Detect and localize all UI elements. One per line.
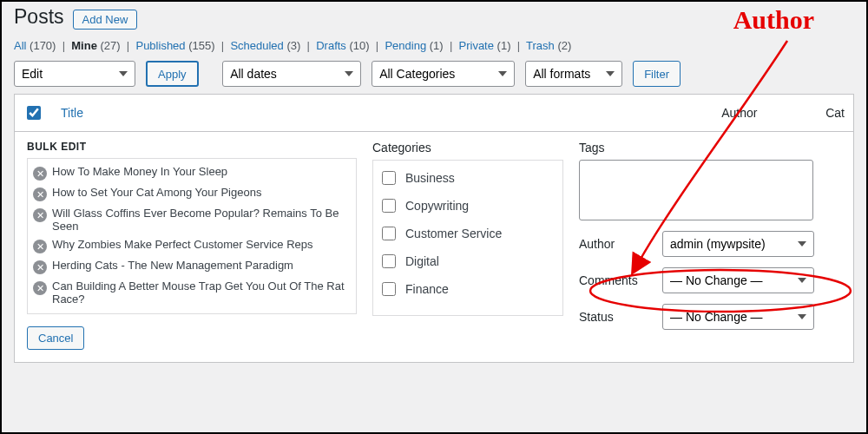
bulk-posts-list[interactable]: ✕How To Make Money In Your Sleep ✕How to…: [27, 158, 357, 314]
category-checkbox[interactable]: [382, 199, 396, 213]
cancel-button[interactable]: Cancel: [27, 326, 84, 350]
status-select[interactable]: — No Change —: [662, 304, 814, 330]
list-item: ✕Can Building A Better Mouse Trap Get Yo…: [31, 277, 352, 308]
remove-icon[interactable]: ✕: [33, 167, 47, 181]
category-item[interactable]: Digital: [377, 247, 559, 275]
filter-all[interactable]: All: [14, 39, 26, 52]
bulk-edit-row: BULK EDIT ✕How To Make Money In Your Sle…: [15, 132, 854, 363]
post-status-filters: All (170) | Mine (27) | Published (155) …: [14, 39, 854, 52]
remove-icon[interactable]: ✕: [33, 240, 47, 253]
select-all-checkbox[interactable]: [27, 106, 41, 120]
list-item: ✕How to Set Your Cat Among Your Pigeons: [31, 183, 352, 204]
page-title: Posts: [14, 5, 64, 29]
categories-select[interactable]: All Categories: [372, 61, 515, 87]
list-item: ✕Herding Cats - The New Management Parad…: [31, 256, 352, 277]
category-item[interactable]: Business: [377, 164, 559, 192]
tags-input[interactable]: [579, 160, 813, 220]
list-item: ✕Will Glass Coffins Ever Become Popular?…: [31, 204, 352, 235]
formats-select[interactable]: All formats: [525, 61, 622, 87]
category-item[interactable]: Customer Service: [377, 220, 559, 247]
filter-trash[interactable]: Trash: [526, 39, 555, 52]
remove-icon[interactable]: ✕: [33, 281, 47, 295]
add-new-button[interactable]: Add New: [73, 10, 138, 30]
column-categories[interactable]: Cat: [817, 95, 853, 132]
list-item: ✕Why Zombies Make Perfect Customer Servi…: [31, 235, 352, 256]
category-checkbox[interactable]: [382, 282, 396, 296]
bulk-action-select[interactable]: Edit: [14, 61, 135, 87]
categories-label: Categories: [372, 141, 563, 155]
remove-icon[interactable]: ✕: [33, 208, 47, 222]
author-select[interactable]: admin (mywpsite): [662, 231, 814, 257]
filter-mine[interactable]: Mine: [71, 39, 97, 52]
column-title[interactable]: Title: [52, 95, 713, 132]
tags-label: Tags: [579, 141, 841, 155]
status-label: Status: [579, 310, 650, 324]
comments-select[interactable]: — No Change —: [662, 267, 814, 293]
column-author[interactable]: Author: [713, 95, 817, 132]
filter-pending[interactable]: Pending: [385, 39, 426, 52]
remove-icon[interactable]: ✕: [33, 187, 47, 201]
category-item[interactable]: Copywriting: [377, 192, 559, 220]
apply-button[interactable]: Apply: [146, 61, 199, 87]
author-label: Author: [579, 237, 650, 251]
category-checkbox[interactable]: [382, 254, 396, 268]
filter-published[interactable]: Published: [135, 39, 185, 52]
comments-label: Comments: [579, 273, 650, 287]
bulk-categories-list[interactable]: Business Copywriting Customer Service Di…: [372, 160, 563, 316]
bulk-edit-heading: BULK EDIT: [27, 141, 357, 153]
remove-icon[interactable]: ✕: [33, 260, 47, 274]
category-checkbox[interactable]: [382, 227, 396, 240]
filter-scheduled[interactable]: Scheduled: [230, 39, 283, 52]
filter-private[interactable]: Private: [459, 39, 494, 52]
category-checkbox[interactable]: [382, 171, 396, 185]
filter-drafts[interactable]: Drafts: [316, 39, 346, 52]
dates-select[interactable]: All dates: [222, 61, 361, 87]
filter-button[interactable]: Filter: [633, 61, 681, 87]
list-item: ✕How To Make Money In Your Sleep: [31, 162, 352, 183]
category-item[interactable]: Finance: [377, 275, 559, 303]
